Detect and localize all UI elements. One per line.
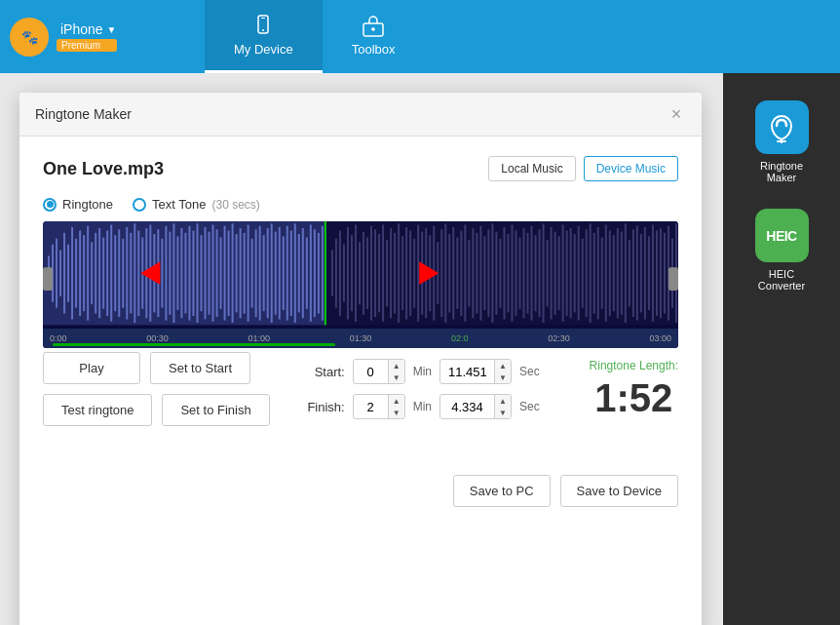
svg-rect-161 — [636, 226, 638, 321]
svg-rect-145 — [574, 234, 576, 312]
test-ringtone-button[interactable]: Test ringtone — [43, 394, 152, 426]
svg-rect-86 — [343, 245, 345, 302]
svg-rect-165 — [652, 225, 654, 322]
svg-rect-25 — [98, 228, 100, 318]
device-music-button[interactable]: Device Music — [584, 156, 678, 181]
finish-sec-down[interactable]: ▼ — [495, 407, 511, 418]
waveform-container[interactable]: 0:00 00:30 01:00 01:30 02:0 02:30 03:00 — [43, 221, 678, 348]
svg-rect-148 — [586, 229, 588, 317]
local-music-button[interactable]: Local Music — [488, 156, 575, 181]
timeline-bar: 0:00 00:30 01:00 01:30 02:0 02:30 03:00 — [43, 329, 678, 348]
svg-rect-158 — [625, 223, 627, 323]
svg-rect-54 — [212, 225, 214, 322]
svg-rect-144 — [570, 228, 572, 318]
set-to-finish-button[interactable]: Set to Finish — [162, 394, 269, 426]
svg-rect-55 — [216, 229, 218, 317]
svg-rect-141 — [558, 236, 560, 310]
start-sec-down[interactable]: ▼ — [495, 371, 511, 383]
svg-rect-121 — [479, 226, 481, 321]
start-sec-input[interactable] — [440, 362, 494, 382]
svg-text:🐾: 🐾 — [21, 29, 39, 46]
ringtone-length-label: Ringtone Length: — [590, 359, 678, 372]
svg-rect-50 — [196, 223, 198, 323]
svg-rect-97 — [386, 240, 388, 307]
svg-rect-47 — [184, 233, 186, 314]
start-min-spinners: ▲ ▼ — [388, 360, 404, 383]
finish-sec-up[interactable]: ▲ — [495, 395, 511, 407]
svg-rect-91 — [363, 232, 364, 315]
tab-toolbox[interactable]: Toolbox — [323, 0, 425, 73]
svg-rect-24 — [95, 233, 96, 314]
svg-rect-84 — [335, 239, 337, 308]
finish-min-down[interactable]: ▼ — [389, 407, 404, 418]
radio-text-tone[interactable]: Text Tone (30 secs) — [133, 197, 260, 212]
svg-rect-52 — [205, 227, 207, 320]
svg-rect-18 — [71, 227, 73, 320]
svg-rect-71 — [279, 227, 281, 320]
timeline-label-3: 01:30 — [350, 333, 372, 343]
svg-rect-131 — [518, 238, 520, 309]
svg-rect-146 — [578, 226, 580, 321]
bottom-buttons-row: Test ringtone Set to Finish — [43, 394, 270, 426]
play-button[interactable]: Play — [43, 352, 140, 384]
finish-min-label: Min — [413, 400, 432, 413]
sidebar-item-heic-converter[interactable]: HEIC HEICConverter — [747, 201, 817, 299]
svg-rect-164 — [648, 236, 650, 310]
save-to-pc-button[interactable]: Save to PC — [453, 475, 551, 507]
file-row: One Love.mp3 Local Music Device Music — [43, 156, 678, 181]
right-sidebar: RingtoneMaker HEIC HEICConverter — [723, 73, 840, 625]
svg-rect-11 — [325, 221, 326, 325]
music-source-buttons: Local Music Device Music — [488, 156, 678, 181]
svg-rect-32 — [126, 227, 128, 320]
tab-toolbox-label: Toolbox — [352, 42, 396, 57]
start-min-input[interactable] — [354, 362, 388, 382]
start-min-down[interactable]: ▼ — [389, 371, 404, 383]
svg-rect-82 — [322, 226, 324, 321]
svg-rect-140 — [554, 232, 556, 315]
svg-rect-132 — [523, 228, 525, 318]
svg-rect-112 — [444, 223, 446, 323]
svg-rect-74 — [290, 230, 292, 315]
finish-min-up[interactable]: ▲ — [389, 395, 404, 407]
dialog-overlay: Ringtone Maker × One Love.mp3 Local Musi… — [0, 73, 723, 625]
start-sec-up[interactable]: ▲ — [495, 360, 511, 371]
svg-rect-16 — [63, 233, 65, 314]
controls-row: Play Set to Start Test ringtone Set to F… — [43, 352, 678, 426]
finish-sec-input[interactable] — [440, 397, 494, 417]
svg-rect-101 — [401, 236, 403, 310]
svg-rect-93 — [370, 226, 372, 321]
svg-rect-117 — [464, 225, 466, 322]
set-to-start-button[interactable]: Set to Start — [150, 352, 250, 384]
svg-rect-135 — [535, 235, 537, 311]
svg-rect-114 — [452, 227, 454, 320]
svg-point-4 — [262, 29, 264, 31]
svg-rect-75 — [294, 223, 296, 323]
save-to-device-button[interactable]: Save to Device — [560, 475, 678, 507]
svg-rect-49 — [192, 230, 194, 315]
svg-rect-90 — [359, 242, 361, 304]
svg-rect-62 — [244, 233, 246, 314]
radio-ringtone[interactable]: Ringtone — [43, 197, 113, 212]
svg-rect-35 — [137, 230, 139, 315]
device-selector[interactable]: iPhone ▼ — [60, 21, 117, 37]
finish-time-row: Finish: ▲ ▼ Min — [301, 394, 558, 419]
finish-min-input[interactable] — [354, 397, 388, 417]
sidebar-item-ringtone-maker[interactable]: RingtoneMaker — [747, 93, 817, 191]
svg-rect-19 — [75, 239, 77, 308]
svg-rect-153 — [605, 225, 607, 322]
close-button[interactable]: × — [667, 104, 686, 124]
premium-badge: Premium — [57, 39, 117, 52]
svg-rect-122 — [483, 236, 485, 310]
svg-rect-43 — [169, 232, 171, 315]
main-content: Ringtone Maker × One Love.mp3 Local Musi… — [0, 73, 840, 625]
tab-my-device[interactable]: My Device — [205, 0, 323, 73]
radio-ringtone-label: Ringtone — [62, 197, 113, 212]
timeline-label-1: 00:30 — [146, 333, 169, 343]
svg-rect-99 — [394, 233, 396, 314]
dialog-body: One Love.mp3 Local Music Device Music Ri… — [19, 137, 702, 527]
ringtone-maker-dialog: Ringtone Maker × One Love.mp3 Local Musi… — [19, 93, 702, 625]
top-buttons-row: Play Set to Start — [43, 352, 270, 384]
file-name: One Love.mp3 — [43, 159, 164, 179]
svg-rect-48 — [188, 226, 190, 321]
start-min-up[interactable]: ▲ — [389, 360, 404, 371]
